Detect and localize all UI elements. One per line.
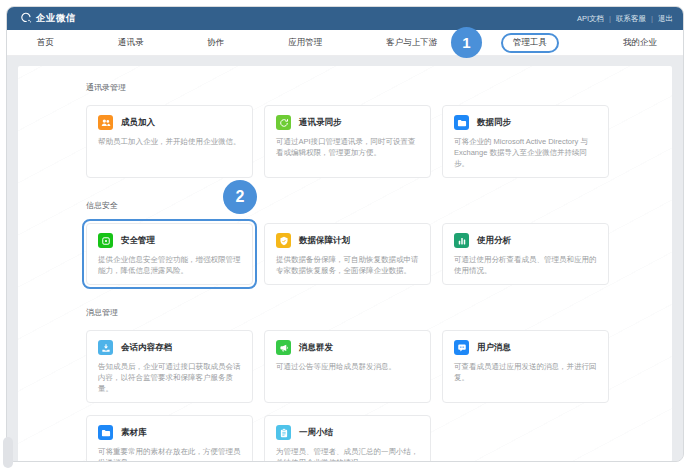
- card-user-messages[interactable]: 用户消息 可查看成员通过应用发送的消息，并进行回复。: [442, 330, 609, 403]
- chat-bubble-icon: [454, 340, 469, 355]
- contact-support-link[interactable]: 联系客服: [616, 14, 646, 24]
- card-description: 提供企业信息安全管控功能，增强权限管理能力，降低信息泄露风险。: [98, 254, 241, 276]
- section-title: 通讯录管理: [86, 82, 614, 93]
- section-contacts-management: 通讯录管理 成员加入 帮助员工加入企业，并开始使用企业微信。: [86, 82, 614, 178]
- shield-icon: [276, 233, 291, 248]
- card-material-library[interactable]: 素材库 可将重要常用的素材存放在此，方便管理员发送消息。: [86, 415, 253, 462]
- bar-chart-icon: [454, 233, 469, 248]
- card-description: 帮助员工加入企业，并开始使用企业微信。: [98, 136, 241, 147]
- divider: |: [609, 14, 611, 23]
- app-logo[interactable]: 企业微信: [20, 10, 76, 28]
- step-2-marker: 2: [223, 180, 257, 214]
- nav-item-contacts[interactable]: 通讯录: [118, 35, 144, 51]
- main-nav: 首页 通讯录 协作 应用管理 客户与上下游 管理工具 我的企业: [7, 30, 683, 56]
- divider: |: [651, 14, 653, 23]
- section-title: 消息管理: [86, 307, 614, 318]
- card-data-sync[interactable]: 数据同步 可将企业的 Microsoft Active Directory 与 …: [442, 105, 609, 178]
- app-title: 企业微信: [36, 12, 76, 25]
- card-usage-analytics[interactable]: 使用分析 可通过使用分析查看成员、管理员和应用的使用情况。: [442, 223, 609, 285]
- section-title: 信息安全: [86, 200, 614, 211]
- topbar-links: API文档 | 联系客服 | 退出: [577, 14, 673, 24]
- nav-item-collaboration[interactable]: 协作: [207, 35, 224, 51]
- nav-item-admin-tools[interactable]: 管理工具: [501, 33, 559, 53]
- card-security-management[interactable]: 2 安全管理 提供企业信息安全管控功能，增强权限管理能力，降低信息泄露风险。: [86, 223, 253, 285]
- card-data-protection-plan[interactable]: 数据保障计划 提供数据备份保障，可自助恢复数据或申请专家数据恢复服务，全面保障企…: [264, 223, 431, 285]
- card-description: 可将企业的 Microsoft Active Directory 与 Excha…: [454, 136, 597, 169]
- card-title: 安全管理: [121, 235, 155, 247]
- card-description: 可通过使用分析查看成员、管理员和应用的使用情况。: [454, 254, 597, 276]
- card-description: 可通过公告等应用给成员群发消息。: [276, 361, 419, 372]
- card-message-broadcast[interactable]: 消息群发 可通过公告等应用给成员群发消息。: [264, 330, 431, 403]
- section-message-management: 消息管理 会话内容存档 告知成员后，企业可通过接口获取成员会话内容，以符合监管要…: [86, 307, 614, 462]
- clipboard-icon: [276, 425, 291, 440]
- card-title: 消息群发: [299, 342, 333, 354]
- card-title: 数据保障计划: [299, 235, 350, 247]
- card-weekly-summary[interactable]: 一周小结 为管理员、管理者、成员汇总的一周小结，总结使用企业微信的情况。: [264, 415, 431, 462]
- card-title: 素材库: [121, 427, 147, 439]
- card-title: 使用分析: [477, 235, 511, 247]
- page-body: 通讯录管理 成员加入 帮助员工加入企业，并开始使用企业微信。: [7, 56, 683, 461]
- content-panel: 通讯录管理 成员加入 帮助员工加入企业，并开始使用企业微信。: [18, 66, 672, 461]
- card-title: 通讯录同步: [299, 117, 342, 129]
- card-member-join[interactable]: 成员加入 帮助员工加入企业，并开始使用企业微信。: [86, 105, 253, 178]
- card-description: 告知成员后，企业可通过接口获取成员会话内容，以符合监管要求和保障客户服务质量。: [98, 361, 241, 394]
- archive-icon: [98, 340, 113, 355]
- app-window: 企业微信 API文档 | 联系客服 | 退出 首页 通讯录 协作 应用管理 客户…: [6, 6, 684, 462]
- nav-item-app-management[interactable]: 应用管理: [288, 35, 322, 51]
- folder-icon: [98, 425, 113, 440]
- card-title: 会话内容存档: [121, 342, 172, 354]
- page-corner-element: [3, 437, 13, 468]
- card-description: 可将重要常用的素材存放在此，方便管理员发送消息。: [98, 446, 241, 462]
- logout-link[interactable]: 退出: [658, 14, 673, 24]
- card-title: 用户消息: [477, 342, 511, 354]
- folder-icon: [454, 115, 469, 130]
- people-icon: [98, 115, 113, 130]
- sync-icon: [276, 115, 291, 130]
- topbar: 企业微信 API文档 | 联系客服 | 退出: [7, 7, 683, 30]
- step-1-marker: 1: [451, 27, 482, 58]
- section-information-security: 信息安全 2 安全管理 提供企业信息安全管控功能，增强权限管理能力，降低信息泄露…: [86, 200, 614, 285]
- wechat-work-logo-icon: [20, 10, 32, 28]
- card-contacts-sync[interactable]: 通讯录同步 可通过API接口管理通讯录，同时可设置查看或编辑权限，管理更加方便。: [264, 105, 431, 178]
- card-chat-archive[interactable]: 会话内容存档 告知成员后，企业可通过接口获取成员会话内容，以符合监管要求和保障客…: [86, 330, 253, 403]
- api-docs-link[interactable]: API文档: [577, 14, 604, 24]
- card-description: 可查看成员通过应用发送的消息，并进行回复。: [454, 361, 597, 383]
- nav-item-home[interactable]: 首页: [37, 35, 54, 51]
- card-description: 提供数据备份保障，可自助恢复数据或申请专家数据恢复服务，全面保障企业数据。: [276, 254, 419, 276]
- nav-item-customers[interactable]: 客户与上下游: [386, 35, 437, 51]
- card-title: 数据同步: [477, 117, 511, 129]
- card-title: 一周小结: [299, 427, 333, 439]
- megaphone-icon: [276, 340, 291, 355]
- card-description: 为管理员、管理者、成员汇总的一周小结，总结使用企业微信的情况。: [276, 446, 419, 462]
- card-title: 成员加入: [121, 117, 155, 129]
- nav-item-my-company[interactable]: 我的企业: [623, 35, 657, 51]
- security-icon: [98, 233, 113, 248]
- card-description: 可通过API接口管理通讯录，同时可设置查看或编辑权限，管理更加方便。: [276, 136, 419, 158]
